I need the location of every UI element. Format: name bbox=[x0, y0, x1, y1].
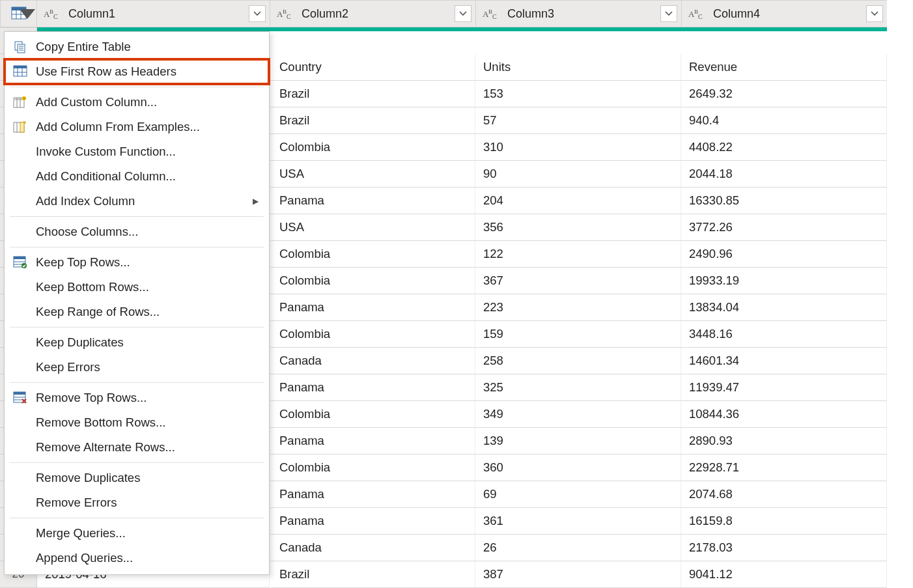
menu-item[interactable]: Use First Row as Headers bbox=[5, 59, 269, 84]
table-cell[interactable]: 258 bbox=[475, 348, 681, 374]
menu-item[interactable]: Keep Bottom Rows... bbox=[5, 275, 269, 300]
table-cell[interactable]: Panama bbox=[270, 428, 475, 455]
column-filter-button[interactable] bbox=[249, 5, 266, 22]
table-cell[interactable]: 2890.93 bbox=[681, 428, 887, 455]
table-cell[interactable]: Panama bbox=[270, 508, 475, 535]
table-cell[interactable]: 90 bbox=[475, 161, 681, 188]
menu-item[interactable]: Add Index Column ▶ bbox=[5, 189, 269, 214]
table-cell[interactable]: 310 bbox=[475, 134, 681, 161]
table-cell[interactable]: Brazil bbox=[270, 107, 475, 134]
column-filter-button[interactable] bbox=[866, 5, 883, 22]
table-cell[interactable]: 19933.19 bbox=[681, 268, 887, 294]
menu-item-label: Remove Duplicates bbox=[36, 471, 259, 485]
blank-icon bbox=[11, 525, 29, 541]
table-cell[interactable]: 3448.16 bbox=[681, 321, 887, 348]
table-cell[interactable]: Canada bbox=[270, 348, 475, 374]
table-cell[interactable]: 22928.71 bbox=[681, 455, 887, 481]
table-cell[interactable]: USA bbox=[270, 214, 475, 241]
table-cell[interactable]: 3772.26 bbox=[681, 214, 887, 241]
column-header[interactable]: A B C Column4 bbox=[681, 0, 887, 27]
table-cell[interactable]: Colombia bbox=[270, 321, 475, 348]
table-cell[interactable]: 10844.36 bbox=[681, 401, 887, 428]
menu-item[interactable]: Remove Bottom Rows... bbox=[5, 410, 269, 435]
menu-item[interactable]: Invoke Custom Function... bbox=[5, 139, 269, 164]
table-cell[interactable]: Panama bbox=[270, 481, 475, 508]
table-cell[interactable]: 57 bbox=[475, 107, 681, 134]
table-cell[interactable]: USA bbox=[270, 161, 475, 188]
menu-item[interactable]: Choose Columns... bbox=[5, 219, 269, 244]
menu-item[interactable]: Add Column From Examples... bbox=[5, 115, 269, 139]
table-cell[interactable]: 940.4 bbox=[681, 107, 887, 134]
table-cell[interactable]: Units bbox=[475, 54, 681, 81]
column-header[interactable]: A B C Column1 bbox=[37, 0, 270, 27]
table-icon bbox=[11, 64, 29, 79]
table-cell[interactable]: 139 bbox=[475, 428, 681, 455]
table-cell[interactable]: 69 bbox=[475, 481, 681, 508]
menu-item-label: Use First Row as Headers bbox=[36, 64, 259, 79]
table-cell[interactable]: Colombia bbox=[270, 241, 475, 268]
table-cell[interactable]: Panama bbox=[270, 188, 475, 214]
table-cell[interactable]: 26 bbox=[475, 535, 681, 561]
menu-item[interactable]: Keep Range of Rows... bbox=[5, 300, 269, 324]
menu-item[interactable]: Keep Top Rows... bbox=[5, 250, 269, 275]
menu-item[interactable]: Append Queries... bbox=[5, 546, 269, 570]
table-cell[interactable]: 16159.8 bbox=[681, 508, 887, 535]
table-corner-menu-button[interactable] bbox=[0, 0, 37, 27]
menu-item[interactable]: Remove Top Rows... bbox=[5, 385, 269, 410]
menu-item[interactable]: Add Conditional Column... bbox=[5, 164, 269, 189]
table-cell[interactable]: 4408.22 bbox=[681, 134, 887, 161]
table-cell[interactable]: 204 bbox=[475, 188, 681, 214]
table-cell[interactable]: 325 bbox=[475, 374, 681, 401]
menu-item[interactable]: Remove Alternate Rows... bbox=[5, 435, 269, 460]
table-cell[interactable]: 122 bbox=[475, 241, 681, 268]
table-cell[interactable]: 356 bbox=[475, 214, 681, 241]
table-cell[interactable]: Canada bbox=[270, 535, 475, 561]
table-cell[interactable]: 11939.47 bbox=[681, 374, 887, 401]
table-cell[interactable]: 2649.32 bbox=[681, 81, 887, 107]
menu-item[interactable]: Remove Duplicates bbox=[5, 466, 269, 490]
add-col-ex-icon bbox=[11, 119, 29, 135]
table-cell[interactable]: 2178.03 bbox=[681, 535, 887, 561]
column-filter-button[interactable] bbox=[455, 5, 471, 22]
table-context-menu: Copy Entire Table Use First Row as Heade… bbox=[4, 31, 270, 575]
table-cell[interactable]: Colombia bbox=[270, 134, 475, 161]
menu-item[interactable]: Merge Queries... bbox=[5, 521, 269, 546]
menu-separator bbox=[10, 462, 264, 463]
table-cell[interactable]: 349 bbox=[475, 401, 681, 428]
table-cell[interactable]: 361 bbox=[475, 508, 681, 535]
menu-item[interactable]: Keep Errors bbox=[5, 355, 269, 380]
table-cell[interactable]: Panama bbox=[270, 374, 475, 401]
table-cell[interactable]: Colombia bbox=[270, 401, 475, 428]
table-cell[interactable]: 2490.96 bbox=[681, 241, 887, 268]
column-header[interactable]: A B C Column3 bbox=[475, 0, 681, 27]
blank-icon bbox=[11, 470, 29, 486]
table-cell[interactable]: Colombia bbox=[270, 268, 475, 294]
menu-item[interactable]: Keep Duplicates bbox=[5, 330, 269, 355]
table-cell[interactable]: 2044.18 bbox=[681, 161, 887, 188]
table-cell[interactable]: 9041.12 bbox=[681, 561, 887, 588]
table-cell[interactable]: 387 bbox=[475, 561, 681, 588]
menu-item-label: Add Custom Column... bbox=[36, 95, 259, 109]
menu-item[interactable]: Remove Errors bbox=[5, 490, 269, 515]
table-cell[interactable]: Revenue bbox=[681, 54, 887, 81]
table-cell[interactable]: 2074.68 bbox=[681, 481, 887, 508]
menu-item-label: Invoke Custom Function... bbox=[36, 145, 259, 159]
table-cell[interactable]: Country bbox=[270, 54, 475, 81]
table-cell[interactable]: 16330.85 bbox=[681, 188, 887, 214]
menu-item[interactable]: Copy Entire Table bbox=[5, 35, 269, 59]
table-cell[interactable]: 367 bbox=[475, 268, 681, 294]
menu-item[interactable]: Add Custom Column... bbox=[5, 90, 269, 115]
table-cell[interactable]: Panama bbox=[270, 294, 475, 321]
menu-item-label: Append Queries... bbox=[36, 551, 259, 565]
table-cell[interactable]: Colombia bbox=[270, 455, 475, 481]
table-cell[interactable]: 159 bbox=[475, 321, 681, 348]
table-cell[interactable]: 223 bbox=[475, 294, 681, 321]
table-cell[interactable]: 14601.34 bbox=[681, 348, 887, 374]
column-header[interactable]: A B C Column2 bbox=[270, 0, 475, 27]
table-cell[interactable]: Brazil bbox=[270, 561, 475, 588]
table-cell[interactable]: Brazil bbox=[270, 81, 475, 107]
table-cell[interactable]: 360 bbox=[475, 455, 681, 481]
table-cell[interactable]: 13834.04 bbox=[681, 294, 887, 321]
table-cell[interactable]: 153 bbox=[475, 81, 681, 107]
column-filter-button[interactable] bbox=[660, 5, 677, 22]
